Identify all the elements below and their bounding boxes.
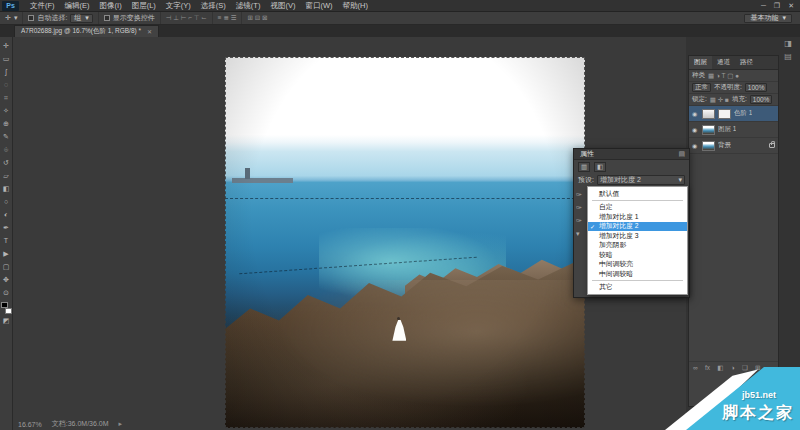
preset-option[interactable]: 较暗 bbox=[588, 250, 687, 260]
levels-adjustment-icon[interactable]: ▥ bbox=[578, 162, 590, 172]
white-point-eyedropper[interactable]: ✑ bbox=[576, 217, 582, 225]
preset-label: 预设: bbox=[578, 175, 594, 185]
dodge-tool[interactable]: ◐ bbox=[1, 208, 12, 221]
brush-tool[interactable]: ✎ bbox=[1, 130, 12, 143]
close-icon[interactable]: ✕ bbox=[147, 28, 152, 35]
background-color-swatch[interactable] bbox=[5, 308, 12, 314]
menu-item[interactable]: 窗口(W) bbox=[300, 1, 337, 11]
panel-menu-icon[interactable]: ▤ bbox=[678, 150, 689, 158]
path-selection-tool[interactable]: ▶ bbox=[1, 247, 12, 260]
move-tool[interactable]: ✛ bbox=[1, 39, 12, 52]
layer-row[interactable]: ◉ 背景 bbox=[689, 138, 778, 154]
minimize-button[interactable]: ─ bbox=[761, 2, 766, 9]
preset-option[interactable]: 中间调较亮 bbox=[588, 260, 687, 270]
eyedropper-tool[interactable]: ✧ bbox=[1, 104, 12, 117]
menu-item[interactable]: 图像(I) bbox=[95, 1, 127, 11]
menu-item[interactable]: 视图(V) bbox=[265, 1, 300, 11]
layer-thumbnail[interactable] bbox=[702, 141, 715, 151]
preset-option[interactable]: 增加对比度 1 bbox=[588, 212, 687, 222]
restore-button[interactable]: ❐ bbox=[774, 2, 780, 10]
current-tool[interactable]: ✛ ▾ bbox=[0, 12, 23, 24]
mask-icon[interactable]: ◧ bbox=[594, 162, 606, 172]
extra-buttons[interactable]: ⊞ ⊟ ⊠ bbox=[242, 12, 272, 24]
panel-tab[interactable]: 图层 bbox=[689, 56, 712, 69]
distribute-buttons[interactable]: ≡ ≣ ☰ bbox=[213, 12, 243, 24]
menu-item[interactable]: 滤镜(T) bbox=[231, 1, 266, 11]
menu-item[interactable]: 文字(Y) bbox=[161, 1, 196, 11]
marquee-tool[interactable]: ▭ bbox=[1, 52, 12, 65]
preset-dropdown[interactable]: 增加对比度 2 ▾ bbox=[597, 175, 685, 185]
preset-option[interactable]: 默认值 bbox=[588, 189, 687, 199]
auto-select-dropdown[interactable]: 组 ▾ bbox=[70, 14, 93, 23]
layer-effects-icon[interactable]: fx bbox=[705, 364, 710, 372]
delete-layer-icon[interactable]: ▭ bbox=[768, 364, 774, 372]
preset-option[interactable]: 增加对比度 2 bbox=[588, 222, 687, 232]
align-buttons[interactable]: ⊣ ⊥ ⊢ ⌐ ⊤ ⌙ bbox=[161, 12, 213, 24]
menu-item[interactable]: 编辑(E) bbox=[60, 1, 95, 11]
preset-option[interactable]: 自定 bbox=[588, 203, 687, 213]
new-layer-icon[interactable]: ⊞ bbox=[755, 364, 760, 372]
menu-item[interactable]: 文件(F) bbox=[25, 1, 60, 11]
color-swatches[interactable] bbox=[1, 302, 12, 314]
eraser-tool[interactable]: ▱ bbox=[1, 169, 12, 182]
clone-stamp-tool[interactable]: ⌾ bbox=[1, 143, 12, 156]
visibility-eye-icon[interactable]: ◉ bbox=[692, 142, 699, 149]
lock-icon bbox=[769, 143, 775, 148]
collapsed-panel-icon-1[interactable]: ◨ bbox=[784, 39, 792, 48]
preset-option[interactable]: 增加对比度 3 bbox=[588, 231, 687, 241]
link-layers-icon[interactable]: ∞ bbox=[693, 364, 698, 372]
visibility-eye-icon[interactable]: ◉ bbox=[692, 126, 699, 133]
lock-icons[interactable]: ▦ ✛ ■ bbox=[710, 96, 729, 104]
document-tab[interactable]: A7R02688.jpg @ 16.7%(色阶 1, RGB/8) * ✕ bbox=[14, 25, 159, 37]
blend-mode-dropdown[interactable]: 正常 bbox=[692, 83, 711, 92]
tab-properties[interactable]: 属性 bbox=[574, 149, 600, 159]
zoom-tool[interactable]: ⊙ bbox=[1, 286, 12, 299]
lock-row: 锁定: ▦ ✛ ■ 填充: 100% bbox=[689, 94, 778, 106]
preset-option[interactable]: 其它 bbox=[588, 283, 687, 293]
preset-option[interactable]: 中间调较暗 bbox=[588, 269, 687, 279]
pen-tool[interactable]: ✒ bbox=[1, 221, 12, 234]
menu-item[interactable]: 选择(S) bbox=[196, 1, 231, 11]
healing-brush-tool[interactable]: ⊕ bbox=[1, 117, 12, 130]
status-menu-arrow-icon[interactable]: ▸ bbox=[119, 420, 123, 428]
panel-tab[interactable]: 通道 bbox=[712, 56, 735, 69]
adjustment-thumbnail[interactable] bbox=[702, 109, 715, 119]
blur-tool[interactable]: ○ bbox=[1, 195, 12, 208]
zoom-level-field[interactable]: 16.67% bbox=[18, 421, 42, 428]
blend-mode-row: 正常 不透明度: 100% bbox=[689, 82, 778, 94]
opacity-field[interactable]: 100% bbox=[745, 83, 768, 92]
foreground-color-swatch[interactable] bbox=[1, 302, 8, 308]
panel-tab[interactable]: 路径 bbox=[735, 56, 758, 69]
add-mask-icon[interactable]: ◧ bbox=[717, 364, 723, 372]
gray-point-eyedropper[interactable]: ✑ bbox=[576, 204, 582, 212]
quick-selection-tool[interactable]: ◌ bbox=[1, 78, 12, 91]
document-image[interactable] bbox=[225, 57, 585, 428]
collapsed-panel-icon-2[interactable]: ▤ bbox=[784, 52, 792, 61]
history-brush-tool[interactable]: ↺ bbox=[1, 156, 12, 169]
new-adjustment-icon[interactable]: ◑ bbox=[731, 364, 735, 372]
fill-field[interactable]: 100% bbox=[750, 95, 773, 104]
menu-item[interactable]: 图层(L) bbox=[127, 1, 161, 11]
layer-row[interactable]: ◉ 图层 1 bbox=[689, 122, 778, 138]
layer-row[interactable]: ◉ 色阶 1 bbox=[689, 106, 778, 122]
show-transform-checkbox[interactable] bbox=[104, 15, 110, 21]
gradient-tool[interactable]: ◧ bbox=[1, 182, 12, 195]
menu-item[interactable]: 帮助(H) bbox=[338, 1, 373, 11]
auto-select-checkbox[interactable] bbox=[28, 15, 34, 21]
visibility-eye-icon[interactable]: ◉ bbox=[692, 110, 699, 117]
new-group-icon[interactable]: ❑ bbox=[742, 364, 748, 372]
crop-tool[interactable]: ⌗ bbox=[1, 91, 12, 104]
close-button[interactable]: ✕ bbox=[788, 2, 794, 10]
quick-mask-button[interactable]: ◩ bbox=[1, 314, 12, 327]
layer-thumbnail[interactable] bbox=[702, 125, 715, 135]
black-point-eyedropper[interactable]: ✑ bbox=[576, 191, 582, 199]
filter-type-icons[interactable]: ▦ ◑ T ▢ ● bbox=[708, 72, 739, 80]
shape-tool[interactable]: ▢ bbox=[1, 260, 12, 273]
hand-tool[interactable]: ✥ bbox=[1, 273, 12, 286]
workspace-switcher[interactable]: 基本功能 ▾ bbox=[744, 14, 792, 23]
preset-option[interactable]: 加亮阴影 bbox=[588, 241, 687, 251]
levels-slider[interactable]: ▾ bbox=[576, 230, 582, 238]
lasso-tool[interactable]: ʃ bbox=[1, 65, 12, 78]
type-tool[interactable]: T bbox=[1, 234, 12, 247]
layer-mask-thumbnail[interactable] bbox=[718, 109, 731, 119]
